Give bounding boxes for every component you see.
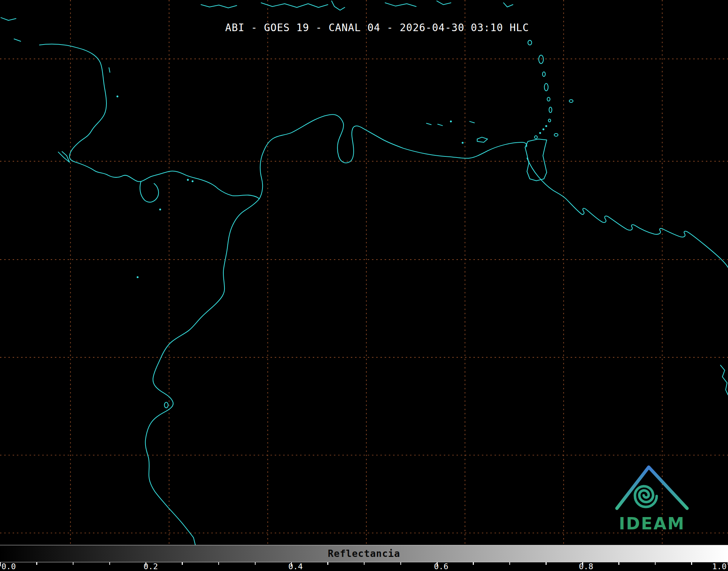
ideam-logo: IDEAM [614, 453, 692, 535]
coastline-nicoya-peninsula [58, 152, 70, 162]
coastline-lesser-antilles [164, 40, 573, 408]
colorbar-tick-label: 0.4 [289, 563, 303, 571]
coastline-colombia-venezuela [259, 114, 527, 199]
ideam-spiral-icon [635, 486, 657, 507]
coastline-right-edge-fragment [720, 365, 728, 395]
colorbar-tick-label: 0.2 [143, 563, 158, 571]
coastline-abc-islands [109, 68, 474, 126]
colorbar: Reflectancia 0.0 0.2 0.4 0.6 0.8 1.0 [0, 545, 728, 571]
coastline-azuero-peninsula [140, 182, 159, 202]
colorbar-gradient: Reflectancia [0, 545, 728, 562]
coastline-top-fragments [1, 1, 513, 41]
coastline-pacific-south-america [146, 199, 260, 549]
colorbar-axis: 0.0 0.2 0.4 0.6 0.8 1.0 [0, 562, 728, 571]
colorbar-tick-label: 1.0 [712, 563, 727, 571]
coastline-guyana [527, 158, 728, 267]
colorbar-tick-label: 0.0 [1, 563, 16, 571]
satellite-image-viewport: ABI - GOES 19 - CANAL 04 - 2026-04-30 03… [0, 0, 728, 571]
ideam-mountain-icon [617, 467, 687, 508]
ideam-logo-text: IDEAM [619, 514, 685, 533]
image-title: ABI - GOES 19 - CANAL 04 - 2026-04-30 03… [225, 22, 529, 34]
colorbar-major-ticks [0, 562, 728, 566]
colorbar-label: Reflectancia [328, 548, 400, 559]
islet-dots [117, 96, 547, 278]
colorbar-tick-label: 0.6 [434, 563, 449, 571]
coastline-trinidad [525, 139, 547, 181]
coastline-margarita [477, 137, 488, 142]
coastline-central-america [39, 44, 259, 199]
colorbar-tick-label: 0.8 [579, 563, 593, 571]
